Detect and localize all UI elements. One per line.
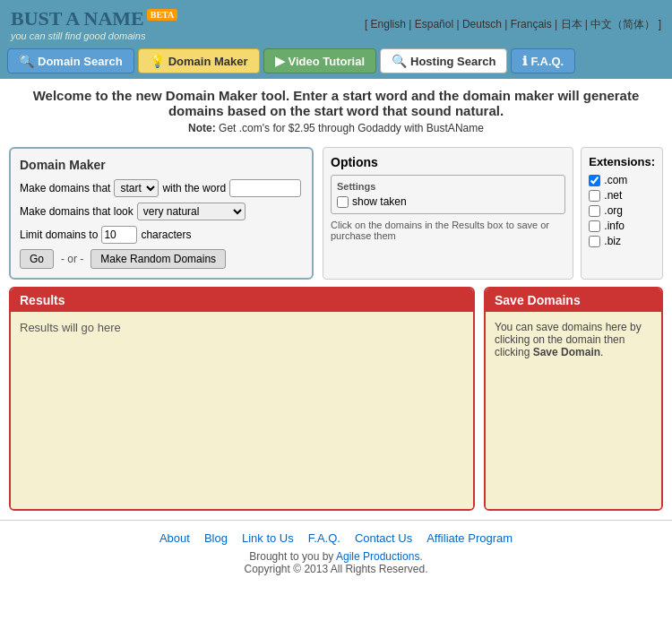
nav-domain-search[interactable]: 🔍 Domain Search [7, 48, 134, 73]
extensions-box: Extensions: .com .net .org .info .biz [581, 147, 663, 280]
ext-biz-row: .biz [589, 235, 655, 247]
footer-contact-us[interactable]: Contact Us [355, 531, 412, 545]
results-row: Results Results will go here Save Domain… [0, 287, 672, 520]
welcome-intro: Welcome to the new Domain Maker tool. En… [18, 88, 654, 118]
show-taken-row: show taken [337, 195, 559, 208]
results-content: Results will go here [11, 312, 473, 509]
dm-buttons: Go - or - Make Random Domains [20, 249, 303, 269]
beta-badge: BETA [147, 9, 178, 21]
ext-info-checkbox[interactable] [589, 220, 600, 232]
footer-about[interactable]: About [159, 531, 190, 545]
nav-hosting-search-label: Hosting Search [410, 55, 495, 68]
results-box: Results Results will go here [9, 287, 475, 511]
copyright-text: Copyright © 2013 All Rights Reserved. [245, 563, 428, 575]
settings-section: Settings show taken [331, 175, 565, 214]
welcome-section: Welcome to the new Domain Maker tool. En… [0, 79, 672, 140]
options-title: Options [331, 155, 565, 169]
save-domains-text-bold: Save Domain [533, 346, 600, 358]
extensions-title: Extensions: [589, 155, 655, 168]
random-domains-button[interactable]: Make Random Domains [90, 249, 226, 269]
save-domains-box: Save Domains You can save domains here b… [484, 287, 663, 511]
ext-org-row: .org [589, 204, 655, 217]
row1-middle: with the word [162, 182, 226, 194]
note-prefix: Note: [188, 122, 219, 134]
start-word-input[interactable] [229, 179, 301, 197]
results-header: Results [11, 289, 473, 312]
note-text: Get .com's for $2.95 through Godaddy wit… [219, 122, 484, 134]
nav-faq[interactable]: ℹ F.A.Q. [511, 48, 575, 73]
footer-copyright: Brought to you by Agile Productions. Cop… [11, 550, 661, 575]
nav-domain-maker-label: Domain Maker [168, 55, 248, 68]
make-domains-row3: Limit domains to characters [20, 226, 303, 244]
lang-chinese[interactable]: 中文（简体） [590, 18, 655, 30]
nav-bar: 🔍 Domain Search 💡 Domain Maker ▶ Video T… [0, 48, 672, 79]
ext-net-row: .net [589, 189, 655, 202]
or-text: - or - [61, 253, 83, 265]
lang-francais[interactable]: Français [511, 18, 552, 30]
make-domains-row1: Make domains that start end with the wor… [20, 179, 303, 197]
naturalness-select[interactable]: very natural natural somewhat natural an… [137, 203, 246, 220]
logo-name: BUST A NAME [11, 7, 144, 30]
domain-maker-box: Domain Maker Make domains that start end… [9, 147, 314, 280]
video-tutorial-icon: ▶ [275, 54, 285, 68]
ext-com-label: .com [604, 174, 627, 186]
footer-blog[interactable]: Blog [204, 531, 228, 545]
show-taken-label: show taken [352, 195, 407, 208]
row3-prefix: Limit domains to [20, 229, 98, 241]
lang-espanol[interactable]: Español [415, 18, 453, 30]
row2-prefix: Make domains that look [20, 205, 134, 218]
options-box: Options Settings show taken Click on the… [323, 147, 573, 280]
footer: About Blog Link to Us F.A.Q. Contact Us … [0, 520, 672, 586]
ext-org-checkbox[interactable] [589, 205, 600, 217]
footer-company[interactable]: Agile Productions [336, 550, 419, 563]
logo-area: BUST A NAMEBETA you can still find good … [11, 7, 177, 41]
ext-info-label: .info [604, 220, 625, 232]
ext-net-label: .net [604, 189, 622, 202]
options-extensions-area: Options Settings show taken Click on the… [323, 147, 663, 280]
results-placeholder: Results will go here [20, 321, 121, 334]
faq-icon: ℹ [522, 54, 527, 68]
row3-suffix: characters [141, 229, 191, 241]
ext-biz-checkbox[interactable] [589, 236, 600, 247]
nav-hosting-search[interactable]: 🔍 Hosting Search [380, 48, 507, 73]
go-button[interactable]: Go [20, 249, 54, 269]
nav-video-tutorial[interactable]: ▶ Video Tutorial [263, 48, 376, 73]
footer-affiliate[interactable]: Affiliate Program [426, 531, 513, 545]
save-domains-header: Save Domains [486, 289, 661, 312]
nav-domain-search-label: Domain Search [38, 55, 123, 68]
settings-label: Settings [337, 181, 559, 192]
make-domains-row2: Make domains that look very natural natu… [20, 203, 303, 220]
save-domains-text-suffix: . [600, 346, 603, 358]
show-taken-checkbox[interactable] [337, 196, 349, 208]
footer-links: About Blog Link to Us F.A.Q. Contact Us … [11, 531, 661, 545]
footer-link-to-us[interactable]: Link to Us [242, 531, 294, 545]
lang-english[interactable]: English [371, 18, 406, 30]
nav-faq-label: F.A.Q. [530, 55, 564, 68]
char-limit-input[interactable] [101, 226, 137, 244]
welcome-line1: Welcome to the new Domain Maker tool. En… [33, 88, 640, 103]
hosting-search-icon: 🔍 [392, 54, 407, 68]
welcome-note: Note: Get .com's for $2.95 through Godad… [18, 122, 654, 134]
header: BUST A NAMEBETA you can still find good … [0, 0, 672, 48]
ext-com-row: .com [589, 174, 655, 186]
options-hint: Click on the domains in the Results box … [331, 220, 565, 241]
lang-deutsch[interactable]: Deutsch [462, 18, 502, 30]
welcome-line2: domains based on the start word that sou… [168, 103, 504, 118]
nav-domain-maker[interactable]: 💡 Domain Maker [138, 48, 260, 73]
logo: BUST A NAMEBETA [11, 7, 177, 30]
ext-info-row: .info [589, 220, 655, 232]
footer-faq[interactable]: F.A.Q. [308, 531, 340, 545]
main-section: Domain Maker Make domains that start end… [0, 140, 672, 287]
domain-maker-icon: 💡 [150, 54, 165, 68]
logo-tagline: you can still find good domains [11, 30, 177, 41]
start-end-select[interactable]: start end [114, 179, 159, 197]
ext-biz-label: .biz [604, 235, 621, 247]
row1-prefix: Make domains that [20, 182, 110, 194]
ext-net-checkbox[interactable] [589, 190, 600, 202]
save-domains-content: You can save domains here by clicking on… [486, 312, 661, 509]
ext-com-checkbox[interactable] [589, 175, 600, 186]
nav-video-tutorial-label: Video Tutorial [289, 55, 365, 68]
domain-maker-title: Domain Maker [20, 158, 303, 172]
lang-japanese[interactable]: 日本 [561, 18, 582, 30]
domain-search-icon: 🔍 [19, 54, 34, 68]
